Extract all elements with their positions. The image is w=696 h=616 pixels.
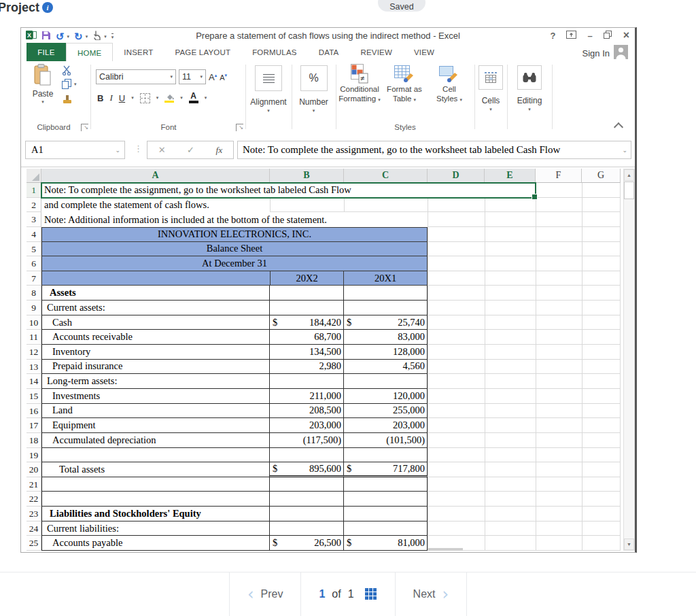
cell-value-20x2[interactable]: 203,000 bbox=[270, 418, 344, 433]
row-header[interactable]: 25 bbox=[27, 536, 41, 551]
clipboard-dialog-launcher-icon[interactable]: ↘ bbox=[81, 124, 88, 131]
font-color-dropdown-icon[interactable]: ▾ bbox=[205, 95, 207, 101]
cell-label[interactable]: Prepaid insurance bbox=[41, 360, 270, 375]
cell-value-20x2[interactable]: 208,500 bbox=[270, 404, 344, 419]
paste-dropdown-icon[interactable]: ▾ bbox=[29, 99, 56, 105]
cell-value-20x2[interactable]: $895,600 bbox=[270, 462, 344, 477]
save-icon[interactable] bbox=[41, 31, 51, 43]
cell-value-20x2[interactable]: (117,500) bbox=[270, 433, 344, 448]
row-header[interactable]: 14 bbox=[27, 374, 41, 389]
cell-value-20x2[interactable] bbox=[270, 477, 344, 492]
cell-value-20x1[interactable]: 4,560 bbox=[344, 360, 428, 375]
cell-label[interactable] bbox=[41, 492, 270, 507]
format-painter-icon[interactable] bbox=[62, 94, 73, 108]
cell-value-20x2[interactable] bbox=[270, 507, 344, 521]
year-header-20x2[interactable]: 20X2 bbox=[270, 271, 344, 286]
conditional-formatting-button[interactable]: ≠ ConditionalFormatting ▾ bbox=[337, 64, 382, 105]
formula-input[interactable]: Note: To complete the assignment, go to … bbox=[237, 141, 631, 159]
copy-dropdown-icon[interactable]: ▾ bbox=[74, 82, 77, 87]
cell-label[interactable] bbox=[41, 448, 270, 463]
prev-button[interactable]: ‹ Prev bbox=[229, 572, 301, 616]
row-header[interactable]: 6 bbox=[27, 256, 41, 271]
tab-page-layout[interactable]: PAGE LAYOUT bbox=[164, 43, 241, 61]
fill-handle[interactable] bbox=[532, 194, 538, 200]
row-header[interactable]: 11 bbox=[27, 330, 41, 345]
cell-label[interactable]: Accounts receivable bbox=[41, 330, 270, 345]
underline-button[interactable]: U bbox=[119, 93, 125, 103]
paste-button[interactable]: Paste ▾ bbox=[29, 64, 56, 105]
cell-a2[interactable]: and complete the statement of cash flows… bbox=[41, 198, 270, 213]
cell-value-20x1[interactable] bbox=[344, 301, 428, 315]
row-header[interactable]: 1 bbox=[27, 183, 41, 198]
cell-label[interactable]: Liabilities and Stockholders' Equity bbox=[41, 507, 270, 521]
row-header[interactable]: 20 bbox=[27, 462, 41, 477]
cell-value-20x2[interactable]: 211,000 bbox=[270, 389, 344, 404]
font-size-select[interactable]: 11 ▾ bbox=[179, 69, 206, 84]
tab-home[interactable]: HOME bbox=[66, 43, 113, 62]
redo-icon[interactable]: ↻ bbox=[74, 32, 83, 41]
row-header[interactable]: 21 bbox=[27, 477, 41, 492]
minimize-icon[interactable]: – bbox=[587, 31, 592, 41]
row-header[interactable]: 22 bbox=[27, 492, 41, 507]
column-header-g[interactable]: G bbox=[582, 169, 621, 183]
cell-label[interactable]: Cash bbox=[41, 315, 270, 330]
row-header[interactable]: 13 bbox=[27, 360, 41, 375]
cell-value-20x2[interactable]: $184,420 bbox=[270, 315, 344, 330]
year-header-20x1[interactable]: 20X1 bbox=[343, 271, 427, 286]
cell-label[interactable]: Investments bbox=[41, 389, 270, 404]
cell-value-20x1[interactable]: (101,500) bbox=[344, 433, 428, 448]
bold-button[interactable]: B bbox=[97, 93, 103, 103]
row-header[interactable]: 8 bbox=[27, 286, 41, 301]
row-header[interactable]: 16 bbox=[27, 404, 41, 419]
cell-value-20x1[interactable]: $717,800 bbox=[344, 462, 428, 477]
tab-data[interactable]: DATA bbox=[308, 43, 350, 61]
grow-font-button[interactable]: A▴ bbox=[209, 72, 217, 82]
number-dropdown-icon[interactable]: ▾ bbox=[292, 108, 336, 114]
cells-button[interactable] bbox=[478, 65, 503, 90]
cell-value-20x2[interactable] bbox=[270, 374, 344, 389]
tab-view[interactable]: VIEW bbox=[403, 43, 445, 61]
customize-qat-icon[interactable]: ▾ bbox=[111, 33, 114, 40]
cell-value-20x1[interactable] bbox=[344, 521, 428, 536]
name-box-dropdown-icon[interactable]: ⌄ bbox=[115, 147, 120, 154]
tab-review[interactable]: REVIEW bbox=[349, 43, 403, 61]
copy-icon[interactable] bbox=[62, 79, 72, 92]
cells-dropdown-icon[interactable]: ▾ bbox=[474, 107, 507, 112]
tab-formulas[interactable]: FORMULAS bbox=[241, 43, 308, 61]
cell-label[interactable]: Total assets bbox=[41, 462, 270, 477]
borders-icon[interactable] bbox=[140, 93, 150, 103]
cell-value-20x1[interactable] bbox=[344, 374, 428, 389]
number-format-button[interactable]: % bbox=[300, 65, 328, 91]
cell-value-20x2[interactable] bbox=[270, 301, 344, 315]
statement-title-cell[interactable]: Balance Sheet bbox=[41, 242, 428, 257]
cell-label[interactable] bbox=[41, 477, 270, 492]
undo-dropdown-icon[interactable]: ▾ bbox=[67, 34, 70, 39]
row-header[interactable]: 23 bbox=[27, 507, 41, 521]
cell-value-20x1[interactable]: 83,000 bbox=[344, 330, 428, 345]
confirm-entry-icon[interactable]: ✓ bbox=[187, 145, 194, 155]
font-dialog-launcher-icon[interactable]: ↘ bbox=[236, 124, 243, 131]
cell-label[interactable]: Land bbox=[41, 404, 270, 419]
cell-value-20x1[interactable] bbox=[344, 448, 428, 463]
scroll-down-icon[interactable]: ▼ bbox=[624, 538, 634, 550]
cell-value-20x2[interactable] bbox=[270, 521, 344, 536]
row-header[interactable]: 12 bbox=[27, 345, 41, 360]
redo-dropdown-icon[interactable]: ▾ bbox=[86, 34, 88, 39]
cell-label[interactable]: Long-term assets: bbox=[41, 374, 270, 389]
column-header-e[interactable]: E bbox=[485, 169, 536, 183]
row-header[interactable]: 19 bbox=[27, 448, 41, 463]
cell-label[interactable]: Inventory bbox=[41, 345, 270, 360]
tab-file[interactable]: FILE bbox=[27, 43, 66, 61]
row-header[interactable]: 2 bbox=[27, 198, 41, 213]
cell-value-20x1[interactable] bbox=[344, 286, 428, 301]
collapse-ribbon-icon[interactable] bbox=[614, 122, 623, 132]
cut-icon[interactable] bbox=[62, 65, 73, 78]
cancel-entry-icon[interactable]: ✕ bbox=[158, 145, 166, 155]
cell-label[interactable]: Accumulated depreciation bbox=[41, 433, 270, 448]
cell-label[interactable]: Current liabilities: bbox=[41, 521, 270, 536]
cell-value-20x1[interactable]: 128,000 bbox=[344, 345, 428, 360]
borders-dropdown-icon[interactable]: ▾ bbox=[156, 95, 159, 101]
cell-value-20x1[interactable] bbox=[344, 507, 428, 521]
format-as-table-button[interactable]: Format asTable ▾ bbox=[382, 64, 427, 105]
row-header[interactable]: 3 bbox=[27, 212, 41, 227]
